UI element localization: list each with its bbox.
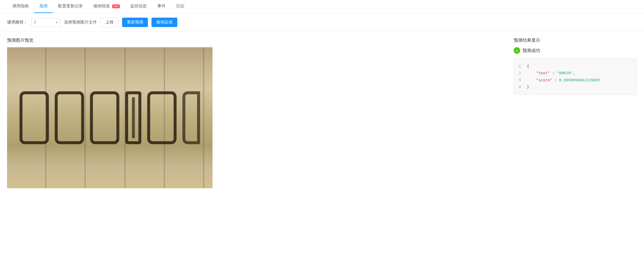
path-label: 请求路径： bbox=[7, 20, 28, 25]
image-preview bbox=[7, 47, 213, 188]
feedback-button[interactable]: 难例反馈 bbox=[151, 18, 177, 27]
digits-display bbox=[20, 91, 200, 144]
json-val-text: "00010" bbox=[557, 71, 573, 75]
line-num-3: 3 bbox=[519, 77, 523, 83]
tab-monitor[interactable]: 监控信息 bbox=[125, 0, 152, 13]
line-num-2: 2 bbox=[519, 70, 523, 76]
tab-guide[interactable]: 调用指南 bbox=[7, 0, 34, 13]
tab-predict[interactable]: 预测 bbox=[34, 0, 53, 13]
result-title: 预测结果显示 bbox=[514, 38, 637, 43]
digit-0-first bbox=[20, 91, 49, 144]
digit-0-fourth bbox=[147, 91, 177, 144]
json-close-brace: } bbox=[527, 83, 529, 90]
toolbar: 请求路径： / ▼ 选择预测图片文件 上传 重新预测 难例反馈 bbox=[0, 13, 644, 32]
tab-log[interactable]: 日志 bbox=[171, 0, 190, 13]
path-select-wrapper: / ▼ bbox=[31, 18, 60, 27]
image-canvas bbox=[7, 47, 213, 188]
line-num-4: 4 bbox=[519, 83, 523, 90]
right-panel: 预测结果显示 ✓ 预测成功 1 { 2 "text" : "00010", 3 bbox=[514, 38, 637, 95]
json-line-3: 3 "score" : 0.9999996662139893 bbox=[519, 77, 632, 83]
success-text: 预测成功 bbox=[522, 48, 540, 53]
nav-tabs: 调用指南 预测 配置更新记录 难例筛选 Hot! 监控信息 事件 日志 bbox=[0, 0, 644, 13]
tab-config[interactable]: 配置更新记录 bbox=[53, 0, 88, 13]
repredict-button[interactable]: 重新预测 bbox=[122, 18, 148, 27]
json-open-brace: { bbox=[527, 63, 529, 70]
json-line-1: 1 { bbox=[519, 63, 632, 70]
digit-0-third bbox=[90, 91, 119, 144]
json-line-2: 2 "text" : "00010", bbox=[519, 70, 632, 76]
json-val-score: 0.9999996662139893 bbox=[559, 78, 601, 82]
line-num-1: 1 bbox=[519, 63, 523, 70]
success-icon: ✓ bbox=[514, 47, 520, 54]
path-select[interactable]: / bbox=[31, 18, 60, 27]
tab-event[interactable]: 事件 bbox=[152, 0, 171, 13]
preview-title: 预测图片预览 bbox=[7, 38, 502, 43]
digit-0-second bbox=[55, 91, 84, 144]
json-result: 1 { 2 "text" : "00010", 3 "score" : 0.99… bbox=[514, 58, 637, 95]
upload-button[interactable]: 上传 bbox=[100, 17, 119, 27]
tab-hard[interactable]: 难例筛选 Hot! bbox=[88, 0, 125, 13]
main-content: 预测图片预览 预测结果显示 ✓ 预测成功 1 bbox=[0, 32, 644, 194]
left-panel: 预测图片预览 bbox=[7, 38, 502, 188]
success-badge: ✓ 预测成功 bbox=[514, 47, 637, 54]
file-label: 选择预测图片文件 bbox=[64, 20, 97, 25]
json-line-4: 4 } bbox=[519, 83, 632, 90]
json-key-score: "score" bbox=[527, 78, 552, 82]
digit-1 bbox=[125, 91, 141, 144]
json-key-text: "text" bbox=[527, 71, 550, 75]
hot-badge: Hot! bbox=[112, 4, 120, 8]
digit-partial bbox=[183, 91, 200, 144]
